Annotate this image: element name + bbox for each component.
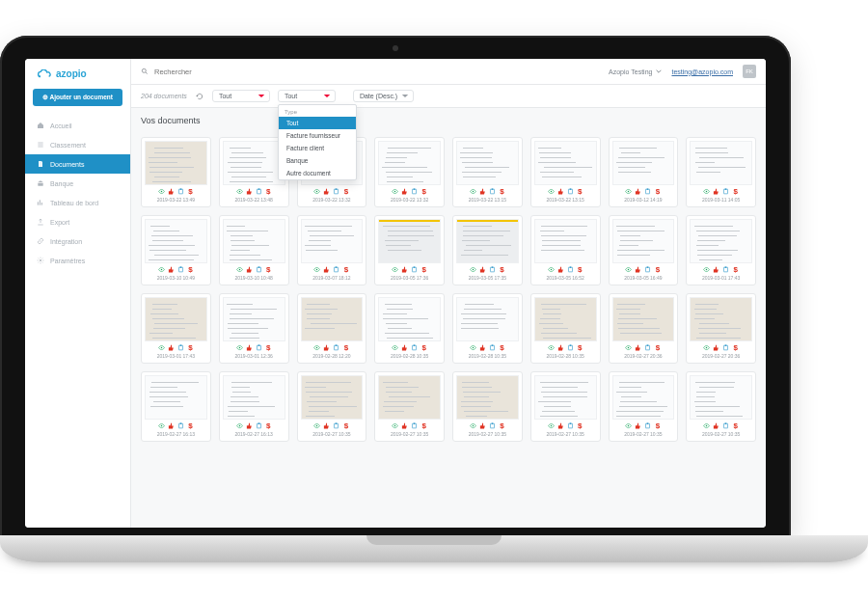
filter-status-select[interactable]: Tout [278,90,336,102]
add-document-button[interactable]: ⊕ Ajouter un document [33,89,122,106]
document-status-icons: $ [703,188,739,195]
document-card[interactable]: $2019-02-27 10:35 [609,371,679,442]
svg-point-1 [40,259,41,261]
document-card[interactable]: $2019-02-27 10:35 [297,371,367,442]
dropdown-option[interactable]: Facture client [279,142,356,154]
thumb-up-icon [323,344,330,351]
dollar-icon: $ [265,344,272,351]
svg-rect-81 [258,423,259,424]
document-card[interactable]: $2019-02-28 10:35 [530,293,601,364]
document-card[interactable]: $2019-03-05 17:35 [452,215,523,285]
document-date: 2019-02-27 10:35 [312,431,350,437]
document-thumbnail [690,297,752,341]
sidebar-item-paramètres[interactable]: Paramètres [25,251,130,270]
clipboard-icon [644,422,651,429]
thumb-up-icon [557,422,564,429]
document-card[interactable]: $2019-03-10 10:48 [219,215,289,285]
clipboard-icon [489,422,496,429]
document-card[interactable]: $2019-03-22 13:32 [374,137,445,207]
dollar-icon: $ [499,266,505,273]
document-card[interactable]: $2019-03-22 13:15 [452,137,523,207]
svg-rect-75 [725,345,727,346]
sidebar: azopio ⊕ Ajouter un document AccueilClas… [25,59,131,528]
eye-icon [548,344,555,351]
document-card[interactable]: $2019-03-10 10:49 [141,215,211,285]
brand-logo[interactable]: azopio [25,59,130,87]
clipboard-icon [722,188,729,195]
document-card[interactable]: $2019-02-27 16:13 [219,371,289,442]
document-card[interactable]: $2019-03-01 17:43 [141,293,211,364]
document-card[interactable]: $2019-02-28 10:35 [452,293,523,364]
refresh-button[interactable] [195,92,204,101]
document-card[interactable]: $2019-02-27 10:35 [686,371,756,442]
document-card[interactable]: $2019-02-27 10:35 [374,371,445,442]
filter-type-select[interactable]: Tout [212,90,270,102]
document-card[interactable]: $2019-03-12 14:19 [609,137,679,207]
dropdown-option[interactable]: Banque [279,154,356,167]
thumb-up-icon [401,422,408,429]
document-thumbnail [612,219,675,263]
document-card[interactable]: $2019-03-11 14:05 [686,137,756,207]
svg-point-22 [628,191,629,192]
document-card[interactable]: $2019-02-27 20:36 [609,293,679,364]
content-scroll[interactable]: $2019-03-22 13:49$2019-03-22 13:48$2019-… [131,129,766,528]
document-card[interactable]: $2019-03-01 12:36 [219,293,289,364]
thumb-up-icon [401,266,408,273]
sidebar-item-classement[interactable]: Classement [25,135,130,154]
thumb-up-icon [401,188,408,195]
dropdown-option[interactable]: Facture fournisseur [279,129,356,142]
document-card[interactable]: $2019-02-27 20:36 [686,293,756,364]
user-email-link[interactable]: testing@azopio.com [671,68,733,75]
thumb-up-icon [479,266,486,273]
document-card[interactable]: $2019-02-27 10:35 [452,371,523,442]
caret-down-icon [401,92,409,100]
document-date: 2019-02-28 12:20 [312,353,350,359]
sidebar-item-export[interactable]: Export [25,212,130,231]
document-card[interactable]: $2019-03-22 13:49 [141,137,211,207]
clipboard-icon [722,344,729,351]
document-card[interactable]: $2019-02-27 10:35 [530,371,601,442]
document-status-icons: $ [625,344,661,351]
search-box[interactable] [141,68,599,76]
document-card[interactable]: $2019-02-27 16:13 [141,371,211,442]
svg-point-91 [550,425,551,426]
dropdown-option[interactable]: Autre document [279,167,356,179]
clipboard-icon [567,266,574,273]
dollar-icon: $ [654,266,661,273]
sidebar-item-label: Export [50,219,69,226]
clipboard-icon [333,422,339,429]
dollar-icon: $ [499,188,505,195]
sidebar-item-accueil[interactable]: Accueil [25,116,130,135]
thumb-up-icon [713,266,719,273]
org-name: Azopio Testing [609,68,652,75]
list-icon [37,141,44,149]
org-switcher[interactable]: Azopio Testing [609,68,662,75]
eye-icon [313,188,320,195]
eye-icon [703,188,710,195]
clipboard-icon [256,422,262,429]
document-card[interactable]: $2019-02-28 12:20 [297,293,367,364]
document-card[interactable]: $2019-03-22 13:15 [530,137,601,207]
document-card[interactable]: $2019-03-05 16:49 [609,215,679,285]
clipboard-icon [644,266,651,273]
avatar[interactable]: FK [743,65,756,78]
sidebar-item-intégration[interactable]: Intégration [25,231,130,251]
document-card[interactable]: $2019-03-05 17:36 [374,215,445,285]
search-input[interactable] [154,68,599,76]
document-card[interactable]: $2019-03-07 18:12 [297,215,367,285]
sidebar-item-tableau-de-bord[interactable]: Tableau de bord [25,193,130,212]
svg-rect-5 [178,189,182,194]
document-card[interactable]: $2019-02-28 10:35 [374,293,445,364]
svg-point-34 [316,269,317,270]
dropdown-option[interactable]: Tout [279,117,356,129]
svg-rect-24 [647,189,649,190]
svg-rect-84 [336,423,338,424]
sidebar-item-documents[interactable]: Documents [25,154,130,174]
document-thumbnail [223,219,285,263]
thumb-up-icon [713,344,719,351]
document-card[interactable]: $2019-03-05 16:52 [530,215,601,285]
sort-select[interactable]: Date (Desc.) [353,90,414,102]
document-card[interactable]: $2019-03-01 17:43 [686,215,756,285]
laptop-base [0,535,868,562]
sidebar-item-banque[interactable]: Banque [25,174,130,193]
